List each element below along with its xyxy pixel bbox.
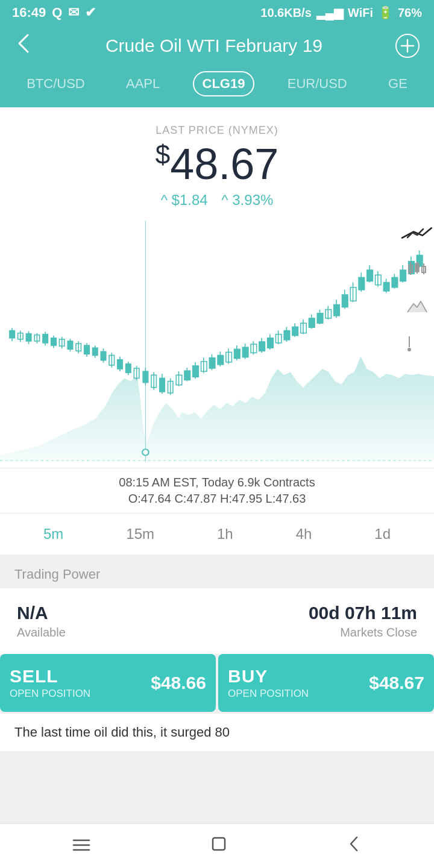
news-teaser[interactable]: The last time oil did this, it surged 80 [0,712,434,751]
svg-rect-117 [213,838,225,850]
hamburger-icon[interactable] [72,836,90,857]
ticker-clg19[interactable]: CLG19 [193,71,255,96]
timeframe-1h[interactable]: 1h [211,523,239,545]
sell-label: SELL [10,666,90,687]
price-section: LAST PRICE (NYMEX) $48.67 ^ $1.84 ^ 3.93… [0,107,434,215]
nav-spacer [0,751,434,799]
candlestick-icon[interactable] [406,260,428,281]
ticker-eurusd[interactable]: EUR/USD [279,72,356,95]
quora-icon: Q [52,5,62,20]
status-time: 16:49 [12,5,46,20]
buy-button[interactable]: BUY OPEN POSITION $48.67 [218,654,434,712]
sell-sub: OPEN POSITION [10,688,90,700]
svg-point-113 [407,348,411,351]
trading-time-label: Markets Close [309,626,417,640]
message-icon: ✉ [68,5,79,20]
price-number: 48.67 [170,140,278,188]
home-icon[interactable] [210,835,227,857]
status-right: 10.6KB/s ▂▄▆ WiFi 🔋 76% [260,5,422,20]
battery-icon: 🔋 [378,5,393,20]
price-change-percent: ^ 3.93% [221,192,273,208]
ticker-bar: BTC/USD AAPL CLG19 EUR/USD GE [0,69,434,107]
check-icon: ✔ [85,5,96,20]
trading-available-label: Available [17,626,66,640]
ticker-ge[interactable]: GE [380,72,416,95]
header: Crude Oil WTI February 19 [0,25,434,69]
price-change-amount: ^ $1.84 [161,192,208,208]
price-value: $48.67 [12,140,422,188]
trading-available-block: N/A Available [17,603,66,640]
nav-bar [0,823,434,868]
chart-icons [406,227,428,356]
chart-container [0,215,434,468]
section-trading-power-title: Trading Power [0,555,434,588]
mountain-chart-icon[interactable] [406,298,428,318]
timeframe-5m[interactable]: 5m [37,523,69,545]
timeframe-1d[interactable]: 1d [368,523,397,545]
price-label: LAST PRICE (NYMEX) [12,124,422,137]
timeframe-15m[interactable]: 15m [120,523,160,545]
action-bar: SELL OPEN POSITION $48.66 BUY OPEN POSIT… [0,654,434,712]
chart-info-time: 08:15 AM EST, Today 6.9k Contracts [12,476,422,489]
chart-svg [0,221,434,468]
line-chart-icon[interactable] [406,227,428,244]
wifi-icon: WiFi [348,6,373,20]
back-button[interactable] [14,33,33,59]
status-left: 16:49 Q ✉ ✔ [12,5,96,20]
main-card: LAST PRICE (NYMEX) $48.67 ^ $1.84 ^ 3.93… [0,107,434,555]
network-speed: 10.6KB/s [260,6,312,20]
trading-power-card: N/A Available 00d 07h 11m Markets Close [0,588,434,654]
price-dollar: $ [156,140,170,169]
trading-power-row: N/A Available 00d 07h 11m Markets Close [17,603,417,640]
add-button[interactable] [395,34,420,58]
chart-info-ohlc: O:47.64 C:47.87 H:47.95 L:47.63 [12,492,422,506]
battery-percent: 76% [398,6,422,20]
dot-indicator[interactable] [406,335,428,356]
sell-price: $48.66 [151,673,206,693]
trading-time-value: 00d 07h 11m [309,603,417,623]
ticker-btcusd[interactable]: BTC/USD [18,72,93,95]
price-change: ^ $1.84 ^ 3.93% [12,192,422,209]
svg-point-35 [142,449,149,455]
timeframe-bar: 5m 15m 1h 4h 1d [0,513,434,555]
buy-sub: OPEN POSITION [228,688,309,700]
trading-time-block: 00d 07h 11m Markets Close [309,603,417,640]
ticker-aapl[interactable]: AAPL [118,72,168,95]
timeframe-4h[interactable]: 4h [290,523,318,545]
buy-label: BUY [228,666,309,687]
sell-button[interactable]: SELL OPEN POSITION $48.66 [0,654,216,712]
signal-icon: ▂▄▆ [316,5,343,20]
chart-info: 08:15 AM EST, Today 6.9k Contracts O:47.… [0,468,434,513]
buy-price: $48.67 [369,673,424,693]
trading-available-value: N/A [17,603,66,623]
page-title: Crude Oil WTI February 19 [33,36,395,56]
back-nav-icon[interactable] [347,835,362,857]
status-bar: 16:49 Q ✉ ✔ 10.6KB/s ▂▄▆ WiFi 🔋 76% [0,0,434,25]
